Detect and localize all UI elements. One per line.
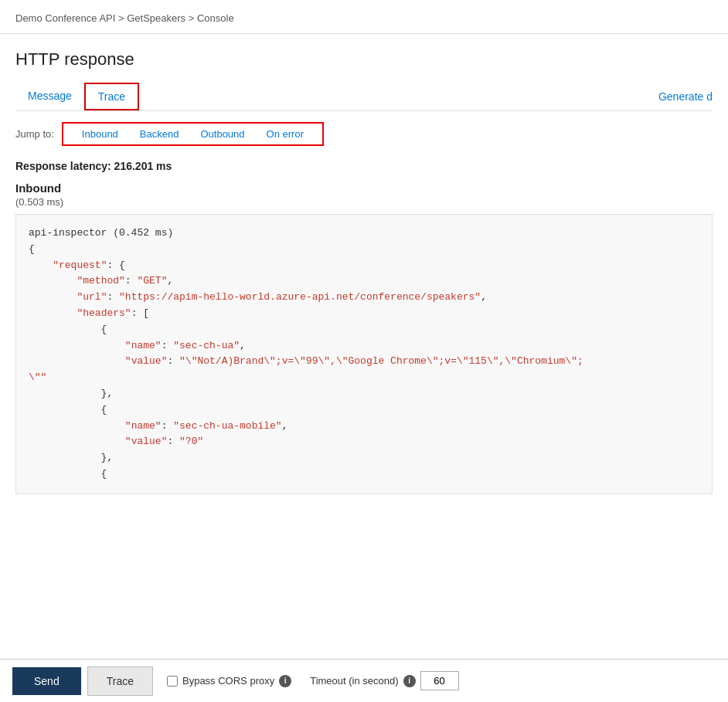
tabs-left: Message Trace: [15, 82, 139, 110]
code-line-5: {: [29, 322, 699, 338]
breadcrumb-sep-1: >: [118, 12, 127, 24]
generate-link[interactable]: Generate d: [658, 83, 713, 110]
response-latency: Response latency: 216.201 ms: [15, 160, 713, 172]
breadcrumb-sep-2: >: [189, 12, 197, 24]
code-line-12: "value": "?0": [29, 434, 699, 450]
code-line-8: \"": [29, 370, 699, 386]
inbound-timing: (0.503 ms): [15, 196, 713, 208]
jump-to-row: Jump to: Inbound Backend Outbound On err…: [15, 111, 713, 154]
inbound-heading: Inbound: [15, 181, 713, 195]
jump-to-links: Inbound Backend Outbound On error: [62, 122, 324, 146]
code-line-6: "name": "sec-ch-ua",: [29, 338, 699, 354]
code-line-3: "url": "https://apim-hello-world.azure-a…: [29, 290, 699, 306]
code-line-14: {: [29, 466, 699, 483]
code-line-9: },: [29, 386, 699, 402]
code-line-4: "headers": [: [29, 306, 699, 322]
jump-link-onerror[interactable]: On error: [256, 127, 315, 141]
tab-message[interactable]: Message: [15, 82, 84, 111]
breadcrumb-part-3: Console: [197, 12, 234, 24]
tab-trace[interactable]: Trace: [84, 83, 139, 110]
code-line-2: "method": "GET",: [29, 273, 699, 290]
code-line-1: "request": {: [29, 258, 699, 274]
jump-link-inbound[interactable]: Inbound: [71, 127, 129, 141]
jump-to-label: Jump to:: [15, 128, 54, 140]
code-line-0: {: [29, 242, 699, 258]
page-title: HTTP response: [15, 49, 713, 70]
code-header: api-inspector (0.452 ms): [29, 226, 699, 242]
code-line-7: "value": "\"Not/A)Brand\";v=\"99\",\"Goo…: [29, 354, 699, 370]
code-line-10: {: [29, 402, 699, 419]
code-line-13: },: [29, 450, 699, 466]
code-line-11: "name": "sec-ch-ua-mobile",: [29, 419, 699, 435]
jump-link-outbound[interactable]: Outbound: [189, 127, 255, 141]
breadcrumb-part-1[interactable]: Demo Conference API: [15, 12, 115, 24]
tabs-row: Message Trace Generate d: [15, 82, 713, 111]
jump-link-backend[interactable]: Backend: [129, 127, 190, 141]
breadcrumb-part-2[interactable]: GetSpeakers: [127, 12, 185, 24]
code-block: api-inspector (0.452 ms) { "request": { …: [15, 214, 713, 494]
breadcrumb: Demo Conference API > GetSpeakers > Cons…: [0, 0, 728, 34]
